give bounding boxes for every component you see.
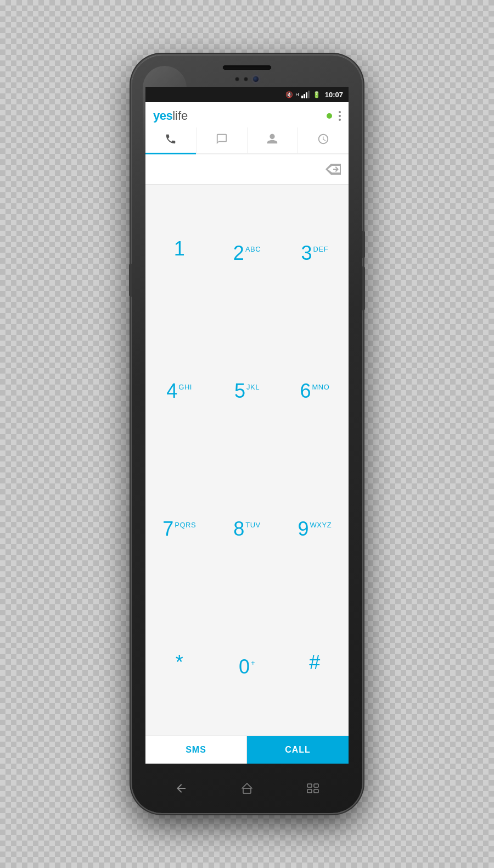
sensor xyxy=(244,77,248,81)
recent-tab-icon xyxy=(317,133,329,148)
status-time: 10:07 xyxy=(325,91,343,99)
key-7-inline: PQRS xyxy=(175,521,196,528)
key-5-num: 5 xyxy=(234,381,245,401)
key-1[interactable]: 1 xyxy=(145,185,213,322)
key-4-inline: GHI xyxy=(178,383,192,391)
key-8-inline: TUV xyxy=(245,521,261,528)
key-hash-sub xyxy=(313,674,316,681)
key-3-num: 3 xyxy=(301,243,312,263)
battery-icon: 🔋 xyxy=(313,91,321,98)
screen: 🔇 H 🔋 10:07 yes xyxy=(145,87,349,764)
display-area xyxy=(145,154,349,185)
key-7-num: 7 xyxy=(162,519,173,539)
key-2[interactable]: 2 ABC xyxy=(213,185,280,322)
key-2-num: 2 xyxy=(233,243,244,263)
signal-bars xyxy=(301,91,310,98)
svg-rect-4 xyxy=(314,789,318,793)
dialpad-area: 1 2 ABC 3 DEF xyxy=(145,154,349,764)
signal-bar-4 xyxy=(308,91,310,98)
phone-tab-icon xyxy=(165,133,177,148)
power-button[interactable] xyxy=(362,231,365,258)
online-status-indicator xyxy=(327,113,332,119)
tab-recent[interactable] xyxy=(298,127,349,153)
status-icons: 🔇 H 🔋 10:07 xyxy=(285,91,343,99)
app-content: yes life xyxy=(145,102,349,764)
key-star-sym: * xyxy=(176,653,183,672)
key-6[interactable]: 6 MNO xyxy=(281,322,349,460)
key-5[interactable]: 5 JKL xyxy=(213,322,280,460)
sensor xyxy=(235,77,239,81)
signal-bar-1 xyxy=(301,96,303,98)
svg-rect-3 xyxy=(307,789,312,793)
key-star-sub xyxy=(178,674,181,681)
tab-bar xyxy=(145,127,349,154)
back-button[interactable] xyxy=(175,782,188,795)
key-7[interactable]: 7 PQRS xyxy=(145,460,213,598)
key-9[interactable]: 9 WXYZ xyxy=(281,460,349,598)
network-type-icon: H xyxy=(295,92,299,97)
key-0-num: 0 xyxy=(239,657,250,677)
front-camera xyxy=(252,76,259,82)
key-4-num: 4 xyxy=(166,381,177,401)
home-button[interactable] xyxy=(240,782,254,795)
svg-rect-2 xyxy=(314,784,318,787)
app-header: yes life xyxy=(145,102,349,127)
key-hash[interactable]: # xyxy=(281,598,349,736)
messages-tab-icon xyxy=(216,133,228,148)
key-9-inline: WXYZ xyxy=(310,521,332,528)
sms-button[interactable]: SMS xyxy=(145,736,247,764)
call-button[interactable]: CALL xyxy=(247,736,349,764)
logo-life: life xyxy=(172,109,188,123)
key-3-inline: DEF xyxy=(313,246,329,253)
contacts-tab-icon xyxy=(266,133,278,148)
signal-bar-2 xyxy=(304,94,305,98)
key-6-inline: MNO xyxy=(312,383,329,391)
key-0[interactable]: 0 + xyxy=(213,598,280,736)
key-star[interactable]: * xyxy=(145,598,213,736)
key-1-sub xyxy=(178,260,181,268)
phone-top xyxy=(132,55,362,87)
menu-dot xyxy=(339,111,341,113)
backspace-button[interactable] xyxy=(325,164,341,175)
phone-device: 🔇 H 🔋 10:07 yes xyxy=(132,55,362,813)
app-logo: yes life xyxy=(153,109,188,123)
key-8[interactable]: 8 TUV xyxy=(213,460,280,598)
svg-rect-1 xyxy=(307,784,312,787)
key-5-inline: JKL xyxy=(246,383,260,391)
header-right xyxy=(327,111,341,121)
sensors xyxy=(235,76,259,82)
mute-icon: 🔇 xyxy=(285,91,293,98)
menu-dot xyxy=(339,115,341,117)
speaker xyxy=(222,65,272,70)
volume-button[interactable] xyxy=(129,264,132,297)
logo-yes: yes xyxy=(153,109,172,123)
key-1-num: 1 xyxy=(174,239,185,259)
key-hash-sym: # xyxy=(309,653,320,672)
tab-messages[interactable] xyxy=(197,127,248,153)
key-4[interactable]: 4 GHI xyxy=(145,322,213,460)
recents-button[interactable] xyxy=(306,782,319,795)
status-bar: 🔇 H 🔋 10:07 xyxy=(145,87,349,102)
tab-contacts[interactable] xyxy=(248,127,299,153)
signal-bar-3 xyxy=(306,92,307,98)
action-buttons: SMS CALL xyxy=(145,736,349,764)
overflow-menu-button[interactable] xyxy=(339,111,341,121)
key-2-inline: ABC xyxy=(245,246,261,253)
tab-dialpad[interactable] xyxy=(145,127,197,153)
keys-grid: 1 2 ABC 3 DEF xyxy=(145,185,349,736)
key-8-num: 8 xyxy=(233,519,244,539)
volume-button-right[interactable] xyxy=(362,266,365,310)
key-6-num: 6 xyxy=(300,381,311,401)
key-0-inline: + xyxy=(251,659,255,666)
menu-dot xyxy=(339,119,341,121)
key-3[interactable]: 3 DEF xyxy=(281,185,349,322)
nav-bar xyxy=(132,764,362,813)
svg-rect-0 xyxy=(243,788,251,793)
key-9-num: 9 xyxy=(298,519,309,539)
